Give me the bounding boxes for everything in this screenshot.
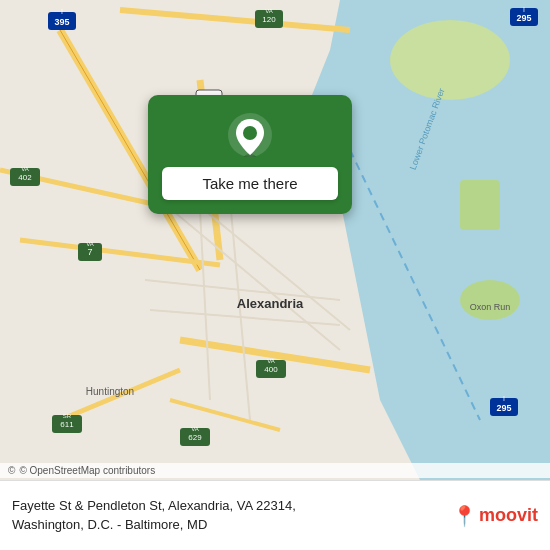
svg-text:VA: VA <box>86 241 94 247</box>
popup-card: Take me there <box>148 95 352 214</box>
svg-text:I: I <box>523 6 525 13</box>
copyright-bar: © © OpenStreetMap contributors <box>0 463 550 478</box>
svg-text:SR: SR <box>63 413 72 419</box>
footer-text-block: Fayette St & Pendleton St, Alexandria, V… <box>12 497 452 533</box>
svg-text:7: 7 <box>87 247 92 257</box>
svg-text:VA: VA <box>265 8 273 14</box>
copyright-text: © OpenStreetMap contributors <box>19 465 155 476</box>
svg-text:VA: VA <box>21 166 29 172</box>
svg-text:Huntington: Huntington <box>86 386 134 397</box>
moovit-brand-text: moovit <box>479 505 538 526</box>
moovit-pin-icon: 📍 <box>452 504 477 528</box>
svg-text:395: 395 <box>54 17 69 27</box>
svg-text:I: I <box>503 395 505 402</box>
take-me-there-button[interactable]: Take me there <box>162 167 338 200</box>
svg-text:VA: VA <box>191 426 199 432</box>
svg-text:I: I <box>61 8 63 15</box>
svg-text:120: 120 <box>262 15 276 24</box>
svg-text:629: 629 <box>188 433 202 442</box>
svg-point-5 <box>460 280 520 320</box>
moovit-logo: 📍 moovit <box>452 504 538 528</box>
svg-text:295: 295 <box>516 13 531 23</box>
footer-address-line1: Fayette St & Pendleton St, Alexandria, V… <box>12 497 452 515</box>
svg-text:295: 295 <box>496 403 511 413</box>
svg-rect-4 <box>460 180 500 230</box>
svg-point-3 <box>390 20 510 100</box>
svg-point-56 <box>243 126 257 140</box>
copyright-icon: © <box>8 465 15 476</box>
footer-address-line2: Washington, D.C. - Baltimore, MD <box>12 516 452 534</box>
svg-text:Alexandria: Alexandria <box>237 296 304 311</box>
map-pin-icon <box>228 113 272 157</box>
svg-text:Oxon Run: Oxon Run <box>470 302 511 312</box>
svg-text:400: 400 <box>264 365 278 374</box>
svg-text:VA: VA <box>267 358 275 364</box>
svg-text:402: 402 <box>18 173 32 182</box>
footer: Fayette St & Pendleton St, Alexandria, V… <box>0 480 550 550</box>
svg-text:611: 611 <box>60 420 74 429</box>
map-container[interactable]: 395 I 295 I 295 I 120 VA 402 VA 7 VA US … <box>0 0 550 480</box>
